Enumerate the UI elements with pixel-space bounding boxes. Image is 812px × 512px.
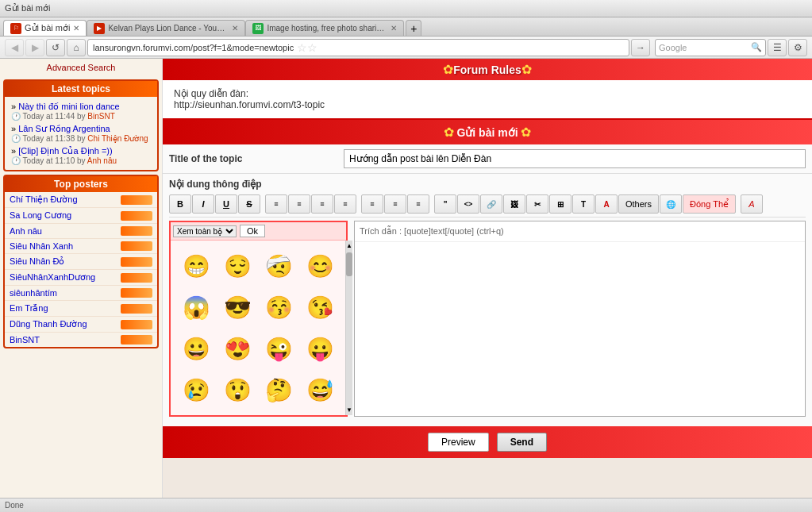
poster-name[interactable]: Anh nâu xyxy=(10,226,42,236)
emoji-item[interactable]: 😢 xyxy=(177,371,215,409)
tab-active[interactable]: ⚐ Gửi bài mới ✕ xyxy=(3,20,87,36)
emoji-item[interactable]: 😊 xyxy=(301,247,339,285)
go-button[interactable]: → xyxy=(631,39,650,56)
poster-name[interactable]: Chí Thiện Đường xyxy=(10,194,78,205)
editor-content[interactable] xyxy=(355,242,805,401)
strikethrough-button[interactable]: S xyxy=(238,194,260,214)
image-button[interactable]: 🖼 xyxy=(503,194,525,214)
topic-bullet: » xyxy=(11,124,18,133)
post-form-title: Gửi bài mới xyxy=(456,126,518,139)
settings-icon[interactable]: ⚙ xyxy=(788,39,807,56)
topic-author-2[interactable]: Chi Thiện Đường xyxy=(87,134,148,143)
refresh-button[interactable]: ↺ xyxy=(46,39,65,56)
emoji-item[interactable]: 😲 xyxy=(218,371,256,409)
align-right-button[interactable]: ≡ xyxy=(311,194,333,214)
tab-icon-2: ▶ xyxy=(94,23,105,34)
emoji-grid-wrapper: 😁😌🤕😊😱😎😚😘😀😍😜😛😢😲🤔😅 ▲ ▼ xyxy=(171,241,346,415)
adv-search-link[interactable]: Advanced Search xyxy=(0,59,162,76)
poster-name[interactable]: Siêu Nhân Xanh xyxy=(10,241,73,251)
topic-link-2[interactable]: Lân Sư Rồng Argentina xyxy=(18,124,110,133)
menu-button[interactable]: ☰ xyxy=(768,39,787,56)
emoji-ok-button[interactable]: Ok xyxy=(240,225,265,237)
underline-button[interactable]: U xyxy=(215,194,237,214)
title-bar-text: Gửi bài mới xyxy=(5,3,50,13)
align-center-button[interactable]: ≡ xyxy=(288,194,310,214)
tab-close-3[interactable]: ✕ xyxy=(391,24,397,33)
table-button[interactable]: ⊞ xyxy=(549,194,571,214)
home-button[interactable]: ⌂ xyxy=(67,39,86,56)
code-button[interactable]: <> xyxy=(457,194,479,214)
title-bar: Gửi bài mới xyxy=(0,0,812,17)
indent-button[interactable]: ≡ xyxy=(407,194,429,214)
others-button[interactable]: Others xyxy=(618,194,659,214)
topic-link-3[interactable]: [Clip] Định Của Định =)) xyxy=(18,146,112,156)
emoji-item[interactable]: 🤕 xyxy=(260,247,298,285)
new-tab-button[interactable]: + xyxy=(406,20,421,36)
title-input[interactable] xyxy=(344,149,806,168)
clock-icon: 🕐 xyxy=(11,112,23,121)
post-form: ✿ Gửi bài mới ✿ Title of the topic Nội d… xyxy=(163,120,812,458)
editor-area: Nội dung thông điệp B I U S ≡ ≡ ≡ ≡ ≡ xyxy=(163,174,812,426)
bold-button[interactable]: B xyxy=(169,194,191,214)
emoji-item[interactable]: 😍 xyxy=(218,329,256,368)
textformat-button[interactable]: T xyxy=(572,194,595,214)
poster-name[interactable]: Sa Long Cương xyxy=(10,210,71,221)
italic-button[interactable]: I xyxy=(192,194,214,214)
back-button[interactable]: ◀ xyxy=(5,39,24,56)
emoji-scrollbar[interactable]: ▲ ▼ xyxy=(345,241,352,415)
emoji-dropdown[interactable]: Xem toàn bộ xyxy=(173,225,237,237)
tab-3[interactable]: 🖼 Image hosting, free photo sharing & ..… xyxy=(245,20,404,36)
emoji-item[interactable]: 😜 xyxy=(260,329,298,368)
emoji-item[interactable]: 😀 xyxy=(177,329,215,368)
tab-close-1[interactable]: ✕ xyxy=(73,24,79,33)
search-bar[interactable]: Google 🔍 xyxy=(655,39,766,56)
text-editor[interactable]: Trích dẫn : [quote]text[/quote] (ctrl+q) xyxy=(354,221,806,417)
emoji-item[interactable]: 😚 xyxy=(260,288,298,326)
emoji-item[interactable]: 😅 xyxy=(301,371,339,409)
advanced-search-link[interactable]: Advanced Search xyxy=(47,63,116,72)
topic-link-1[interactable]: Này thì đố mini lion dance xyxy=(18,102,119,111)
emoji-item[interactable]: 😁 xyxy=(177,247,215,285)
emoji-item[interactable]: 😛 xyxy=(301,329,339,368)
scissors-button[interactable]: ✂ xyxy=(526,194,548,214)
quote-button[interactable]: " xyxy=(434,194,456,214)
poster-name[interactable]: SiêuNhânXanhDương xyxy=(10,272,95,283)
poster-row: Anh nâu xyxy=(5,224,157,239)
topic-author-3[interactable]: Anh nâu xyxy=(87,156,117,165)
preview-button[interactable]: Preview xyxy=(428,433,489,452)
emoji-item[interactable]: 😌 xyxy=(218,247,256,285)
poster-row: BinSNT xyxy=(5,333,157,347)
poster-name[interactable]: BinSNT xyxy=(10,335,40,345)
emoji-item[interactable]: 😘 xyxy=(301,288,339,326)
status-bar: Done xyxy=(0,498,812,512)
font-size-button[interactable]: A xyxy=(741,194,763,214)
poster-name[interactable]: Siêu Nhân Đỏ xyxy=(10,256,64,267)
scroll-thumb[interactable] xyxy=(346,252,352,276)
globe-button[interactable]: 🌐 xyxy=(660,194,682,214)
justify-button[interactable]: ≡ xyxy=(334,194,356,214)
posters-list: Chí Thiện ĐườngSa Long CươngAnh nâuSiêu … xyxy=(5,192,157,347)
emoji-item[interactable]: 😱 xyxy=(177,288,215,326)
address-bar[interactable]: lansurongvn.forumvi.com/post?f=1&mode=ne… xyxy=(87,39,629,56)
emoji-item[interactable]: 😎 xyxy=(218,288,256,326)
forward-button[interactable]: ▶ xyxy=(25,39,44,56)
dongthe-button[interactable]: Đóng Thể xyxy=(683,194,736,214)
tab-close-2[interactable]: ✕ xyxy=(232,24,238,33)
list-ol-button[interactable]: ≡ xyxy=(384,194,406,214)
search-icon[interactable]: 🔍 xyxy=(751,42,762,52)
scroll-down-button[interactable]: ▼ xyxy=(346,405,352,415)
color-button[interactable]: A xyxy=(595,194,618,214)
poster-name[interactable]: siêunhântím xyxy=(10,288,57,298)
scroll-up-button[interactable]: ▲ xyxy=(346,241,352,251)
bookmark-icon[interactable]: ☆☆ xyxy=(297,41,317,54)
send-button[interactable]: Send xyxy=(497,433,547,452)
poster-row: siêunhântím xyxy=(5,286,157,301)
list-ul-button[interactable]: ≡ xyxy=(361,194,383,214)
poster-name[interactable]: Em Trắng xyxy=(10,303,48,314)
tab-2[interactable]: ▶ Kelvan Plays Lion Dance - YouTube ✕ xyxy=(87,20,245,36)
emoji-item[interactable]: 🤔 xyxy=(260,371,298,409)
align-left-button[interactable]: ≡ xyxy=(265,194,287,214)
topic-author-1[interactable]: BinSNT xyxy=(87,112,114,121)
poster-name[interactable]: Dũng Thanh Đường xyxy=(10,319,87,329)
link-button[interactable]: 🔗 xyxy=(480,194,502,214)
